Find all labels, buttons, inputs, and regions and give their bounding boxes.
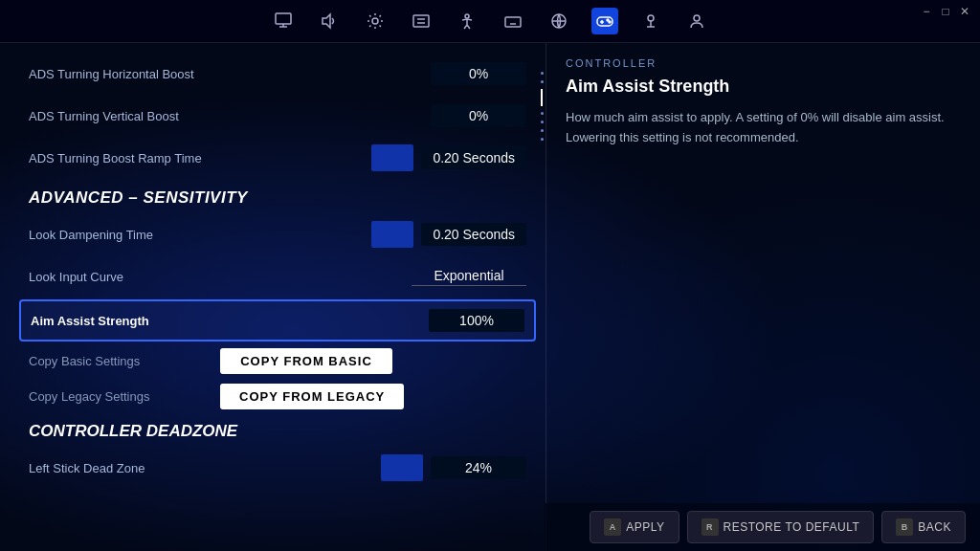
apply-button[interactable]: A APPLY xyxy=(590,511,679,543)
ads-vertical-row: ADS Turning Vertical Boost 0% xyxy=(0,95,546,137)
copy-legacy-button[interactable]: COPY FROM LEGACY xyxy=(220,384,404,409)
curve-underline xyxy=(412,285,526,286)
left-stick-dead-slider[interactable] xyxy=(381,454,423,481)
monitor-icon[interactable] xyxy=(270,8,297,34)
svg-point-21 xyxy=(648,15,654,21)
left-stick-dead-row: Left Stick Dead Zone 24% xyxy=(0,447,546,489)
accessibility-icon[interactable] xyxy=(454,8,480,34)
scroll-dot-2 xyxy=(541,80,544,83)
look-curve-text: Exponential xyxy=(434,268,503,283)
restore-label: RESTORE TO DEFAULT xyxy=(724,520,860,534)
svg-point-4 xyxy=(372,18,378,24)
ads-ramp-value: 0.20 Seconds xyxy=(371,144,526,171)
top-navigation xyxy=(0,0,980,43)
network-icon[interactable] xyxy=(546,8,572,34)
info-title: Aim Assist Strength xyxy=(566,77,961,97)
look-curve-value: Exponential xyxy=(412,268,526,286)
apply-icon: A xyxy=(604,518,621,536)
svg-rect-0 xyxy=(276,13,291,24)
main-container: ADS Turning Horizontal Boost 0% ADS Turn… xyxy=(0,43,980,551)
copy-basic-row: Copy Basic Settings COPY FROM BASIC xyxy=(0,343,546,379)
maximize-button[interactable]: □ xyxy=(940,6,951,17)
ads-horizontal-display: 0% xyxy=(431,62,526,85)
ads-horizontal-row: ADS Turning Horizontal Boost 0% xyxy=(0,53,546,95)
ads-ramp-label: ADS Turning Boost Ramp Time xyxy=(29,151,371,165)
ads-ramp-slider[interactable] xyxy=(371,144,413,171)
scroll-dot-3 xyxy=(541,112,544,115)
user-icon[interactable] xyxy=(683,8,710,34)
copy-basic-button[interactable]: COPY FROM BASIC xyxy=(220,348,392,374)
scroll-dot-5 xyxy=(541,129,544,132)
audio-icon[interactable] xyxy=(316,8,343,34)
svg-point-19 xyxy=(607,19,609,21)
back-label: BACK xyxy=(918,520,951,534)
look-dampening-value: 0.20 Seconds xyxy=(371,221,526,248)
ads-ramp-display: 0.20 Seconds xyxy=(421,146,526,169)
ads-ramp-row: ADS Turning Boost Ramp Time 0.20 Seconds xyxy=(0,137,546,179)
ads-vertical-label: ADS Turning Vertical Boost xyxy=(29,109,431,123)
keyboard-icon[interactable] xyxy=(500,8,526,34)
window-controls: − □ ✕ xyxy=(921,6,970,17)
look-dampening-row: Look Dampening Time 0.20 Seconds xyxy=(0,213,546,255)
copy-basic-label: Copy Basic Settings xyxy=(29,354,220,368)
svg-point-20 xyxy=(609,21,611,23)
look-dampening-slider[interactable] xyxy=(371,221,413,248)
gear-icon[interactable] xyxy=(362,8,389,34)
deadzone-header: CONTROLLER DEADZONE xyxy=(0,414,546,447)
left-stick-dead-label: Left Stick Dead Zone xyxy=(29,461,381,475)
scroll-thumb xyxy=(541,89,543,106)
scroll-dot-1 xyxy=(541,72,544,75)
joystick-icon[interactable] xyxy=(637,8,664,34)
display-icon[interactable] xyxy=(408,8,434,34)
aim-assist-label: Aim Assist Strength xyxy=(31,314,429,328)
aim-assist-display: 100% xyxy=(429,309,524,332)
ads-vertical-value: 0% xyxy=(431,104,526,127)
left-stick-dead-value: 24% xyxy=(381,454,526,481)
restore-button[interactable]: R RESTORE TO DEFAULT xyxy=(687,511,875,543)
svg-point-24 xyxy=(694,15,700,21)
back-button[interactable]: B BACK xyxy=(881,511,966,543)
copy-legacy-label: Copy Legacy Settings xyxy=(29,389,220,404)
ads-vertical-display: 0% xyxy=(431,104,526,127)
advanced-sensitivity-header: ADVANCED – SENSITIVITY xyxy=(0,179,546,213)
svg-rect-9 xyxy=(505,17,521,27)
minimize-button[interactable]: − xyxy=(921,6,932,17)
gamepad-icon[interactable] xyxy=(591,8,618,34)
svg-point-8 xyxy=(465,14,469,18)
look-dampening-display: 0.20 Seconds xyxy=(421,223,526,246)
scroll-indicator xyxy=(540,72,544,495)
restore-icon: R xyxy=(702,518,719,536)
look-curve-display: Exponential xyxy=(412,268,526,286)
settings-panel: ADS Turning Horizontal Boost 0% ADS Turn… xyxy=(0,43,546,551)
apply-label: APPLY xyxy=(626,520,664,534)
info-description: How much aim assist to apply. A setting … xyxy=(566,108,961,148)
svg-rect-5 xyxy=(413,15,429,27)
scroll-dot-6 xyxy=(541,138,544,141)
bottom-action-bar: A APPLY R RESTORE TO DEFAULT B BACK xyxy=(545,503,980,551)
aim-assist-value: 100% xyxy=(429,309,524,332)
close-button[interactable]: ✕ xyxy=(959,6,970,17)
look-curve-label: Look Input Curve xyxy=(29,270,412,284)
ads-horizontal-label: ADS Turning Horizontal Boost xyxy=(29,67,431,81)
look-curve-row: Look Input Curve Exponential xyxy=(0,255,546,298)
aim-assist-row[interactable]: Aim Assist Strength 100% xyxy=(19,299,536,342)
scroll-dot-4 xyxy=(541,121,544,123)
info-panel: CONTROLLER Aim Assist Strength How much … xyxy=(546,43,980,551)
info-category: CONTROLLER xyxy=(566,57,961,69)
look-dampening-label: Look Dampening Time xyxy=(29,228,371,242)
ads-horizontal-value: 0% xyxy=(431,62,526,85)
back-icon: B xyxy=(896,518,913,536)
svg-marker-3 xyxy=(323,14,330,28)
left-stick-dead-display: 24% xyxy=(431,456,526,479)
copy-legacy-row: Copy Legacy Settings COPY FROM LEGACY xyxy=(0,379,546,414)
